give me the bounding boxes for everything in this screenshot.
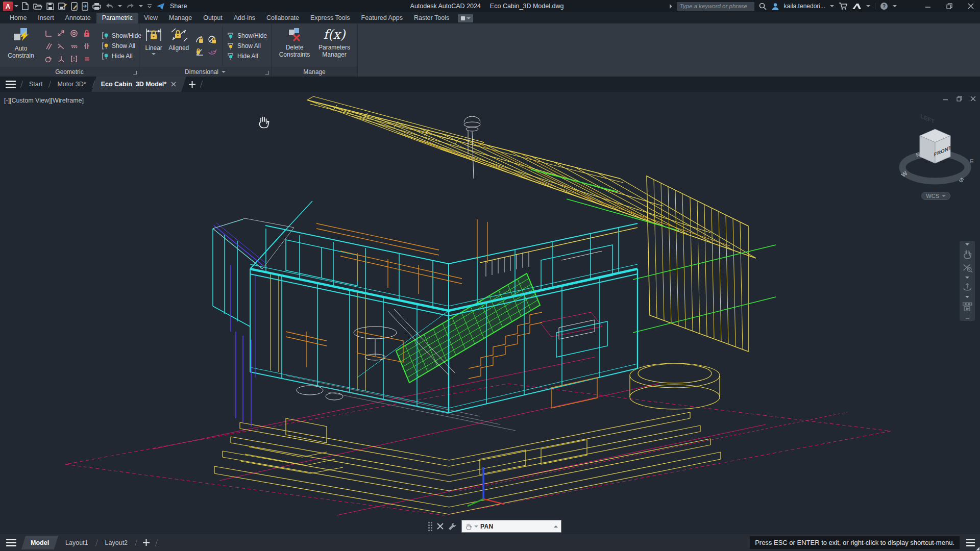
viewcube-left-label[interactable]: LEFT bbox=[920, 114, 934, 124]
linear-dropdown-caret-icon[interactable] bbox=[152, 53, 156, 55]
redo-icon[interactable] bbox=[126, 3, 135, 10]
coincident-constraint-icon[interactable] bbox=[69, 55, 79, 63]
app-store-cart-icon[interactable] bbox=[839, 3, 847, 10]
linear-constraint-button[interactable]: Linear bbox=[143, 26, 164, 66]
search-input[interactable] bbox=[677, 2, 754, 11]
save-as-icon[interactable] bbox=[58, 2, 67, 10]
ribbon-tab-annotate[interactable]: Annotate bbox=[60, 13, 96, 23]
restore-button[interactable] bbox=[946, 3, 952, 9]
orbit-tool-icon[interactable] bbox=[962, 282, 972, 292]
parallel-constraint-icon[interactable] bbox=[44, 42, 53, 51]
command-close-icon[interactable] bbox=[437, 523, 444, 530]
file-tab-eco-cabin[interactable]: Eco Cabin_3D Model* bbox=[94, 77, 184, 92]
aligned-constraint-button[interactable]: Aligned bbox=[168, 26, 189, 66]
customize-qat-chevron-icon[interactable] bbox=[147, 4, 152, 9]
command-grip-handle[interactable] bbox=[428, 522, 432, 531]
lock-constraint-icon[interactable] bbox=[82, 29, 91, 38]
ribbon-tab-view[interactable]: View bbox=[138, 13, 163, 23]
diameter-constraint-icon[interactable] bbox=[207, 35, 217, 44]
layout-tab-model[interactable]: Model bbox=[22, 534, 57, 551]
ribbon-tab-collaborate[interactable]: Collaborate bbox=[261, 13, 305, 23]
equal-constraint-icon[interactable] bbox=[82, 55, 91, 63]
layout-menu-button[interactable] bbox=[0, 539, 22, 546]
convert-constraint-icon[interactable] bbox=[207, 47, 217, 57]
dimensional-show-hide-button[interactable]: Show/Hide bbox=[227, 32, 267, 40]
geometric-show-all-button[interactable]: Show All bbox=[101, 42, 141, 50]
file-tabs-menu-button[interactable] bbox=[0, 81, 21, 88]
autodesk-menu-caret-icon[interactable] bbox=[866, 5, 870, 7]
collinear-constraint-icon[interactable] bbox=[57, 42, 66, 51]
zoom-tool-icon[interactable] bbox=[962, 263, 972, 273]
minimize-button[interactable] bbox=[925, 3, 931, 9]
auto-constrain-button[interactable]: Auto Constrain bbox=[4, 26, 38, 66]
dimensional-panel-title[interactable]: Dimensional bbox=[139, 67, 271, 77]
open-file-icon[interactable] bbox=[33, 3, 42, 10]
ribbon-tab-home[interactable]: Home bbox=[4, 13, 32, 23]
navbar-wheel-caret-icon[interactable] bbox=[965, 243, 969, 245]
navbar-customize-icon[interactable] bbox=[966, 315, 969, 319]
search-icon[interactable] bbox=[759, 3, 767, 10]
drawing-minimize-icon[interactable] bbox=[943, 96, 948, 102]
new-layout-button[interactable] bbox=[142, 539, 150, 546]
share-button[interactable]: Share bbox=[170, 3, 187, 10]
user-menu-caret-icon[interactable] bbox=[830, 5, 834, 7]
signed-in-user[interactable]: kaila.tenedori... bbox=[784, 3, 825, 10]
symmetric-constraint-icon[interactable] bbox=[82, 42, 91, 51]
dimensional-launcher-icon[interactable] bbox=[265, 71, 269, 74]
help-icon[interactable]: ? bbox=[880, 2, 888, 10]
ribbon-tab-featured-apps[interactable]: Featured Apps bbox=[356, 13, 408, 23]
ribbon-tab-addins[interactable]: Add-ins bbox=[228, 13, 261, 23]
ribbon-tab-manage[interactable]: Manage bbox=[163, 13, 198, 23]
status-bar-menu-button[interactable] bbox=[964, 537, 977, 548]
concentric-constraint-icon[interactable] bbox=[69, 29, 79, 38]
ribbon-tab-raster-tools[interactable]: Raster Tools bbox=[408, 13, 455, 23]
pan-tool-icon[interactable] bbox=[962, 249, 972, 259]
viewcube[interactable]: N W S E LEFT FRONT bbox=[895, 114, 976, 191]
zoom-flyout-caret-icon[interactable] bbox=[965, 277, 969, 279]
save-icon[interactable] bbox=[46, 3, 54, 10]
share-plane-icon[interactable] bbox=[156, 3, 165, 10]
delete-constraints-button[interactable]: Delete Constraints bbox=[278, 26, 311, 66]
undo-icon[interactable] bbox=[105, 3, 114, 10]
showmotion-tool-icon[interactable] bbox=[962, 302, 972, 312]
file-tab-start[interactable]: Start bbox=[22, 77, 50, 92]
angular-constraint-icon[interactable] bbox=[195, 47, 205, 57]
ribbon-tab-output[interactable]: Output bbox=[198, 13, 228, 23]
ribbon-tab-parametric[interactable]: Parametric bbox=[96, 13, 138, 23]
undo-caret-icon[interactable] bbox=[118, 5, 122, 7]
layout-tab-layout2[interactable]: Layout2 bbox=[97, 534, 136, 551]
autocad-logo-icon[interactable]: A bbox=[3, 2, 13, 11]
drawing-restore-icon[interactable] bbox=[957, 96, 962, 102]
layout-tab-layout1[interactable]: Layout1 bbox=[57, 534, 96, 551]
ribbon-tab-insert[interactable]: Insert bbox=[32, 13, 59, 23]
command-customize-wrench-icon[interactable] bbox=[448, 522, 457, 531]
parameters-manager-button[interactable]: f(x) Parameters Manager bbox=[317, 26, 351, 66]
geometric-panel-title[interactable]: Geometric bbox=[0, 67, 139, 77]
command-options-caret-icon[interactable] bbox=[474, 525, 478, 528]
app-menu-caret-icon[interactable] bbox=[14, 5, 18, 7]
tangent-circle-constraint-icon[interactable] bbox=[44, 55, 53, 63]
dimensional-flyout-caret-icon[interactable] bbox=[222, 71, 226, 73]
file-tab-motor-3d[interactable]: Motor 3D* bbox=[50, 77, 93, 92]
drawing-canvas[interactable]: [-][Custom View][Wireframe] N W S E LEFT… bbox=[0, 92, 980, 534]
command-input[interactable]: PAN bbox=[461, 520, 561, 533]
close-tab-icon[interactable] bbox=[171, 82, 176, 87]
plot-icon[interactable] bbox=[92, 3, 101, 10]
geometric-show-hide-button[interactable]: Show/Hide bbox=[101, 32, 141, 40]
help-menu-caret-icon[interactable] bbox=[893, 5, 897, 7]
save-to-mobile-icon[interactable] bbox=[82, 2, 88, 11]
fix-constraint-icon[interactable] bbox=[57, 55, 66, 63]
dimensional-show-all-button[interactable]: Show All bbox=[227, 42, 267, 50]
orbit-flyout-caret-icon[interactable] bbox=[965, 296, 969, 298]
geometric-launcher-icon[interactable] bbox=[133, 71, 137, 74]
smooth-constraint-icon[interactable] bbox=[69, 42, 79, 51]
redo-caret-icon[interactable] bbox=[139, 5, 143, 7]
autodesk-app-icon[interactable] bbox=[852, 3, 862, 10]
open-from-mobile-icon[interactable] bbox=[71, 2, 78, 11]
ribbon-tab-express-tools[interactable]: Express Tools bbox=[305, 13, 356, 23]
resize-grip[interactable] bbox=[976, 547, 979, 550]
new-file-icon[interactable] bbox=[21, 2, 29, 10]
tangent-constraint-icon[interactable] bbox=[57, 29, 66, 38]
new-drawing-tab-button[interactable] bbox=[188, 81, 196, 88]
drawing-close-icon[interactable] bbox=[970, 96, 976, 102]
